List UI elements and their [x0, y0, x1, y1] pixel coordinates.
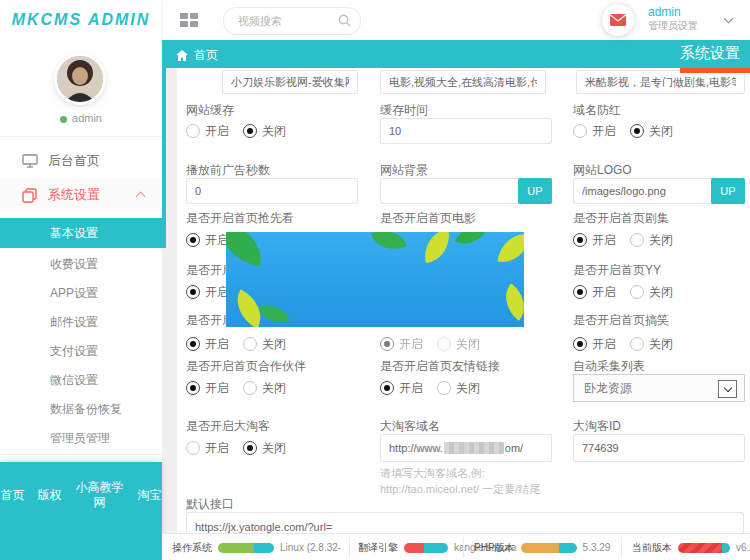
sidebar-subitem-mail[interactable]: 邮件设置 — [0, 308, 162, 337]
radio-off[interactable] — [630, 337, 644, 351]
sidebar-subitem-admins[interactable]: 管理员管理 — [0, 424, 162, 453]
dtk-hint-line1: 请填写大淘客域名,例: — [380, 466, 485, 481]
dtk-id-label: 大淘客ID — [573, 418, 621, 435]
radio-off[interactable] — [243, 381, 257, 395]
home-yy-label: 是否开启首页YY — [573, 262, 661, 279]
dtk-domain-input[interactable]: http://www.om/ — [380, 434, 552, 462]
radio-off[interactable] — [437, 337, 451, 351]
status-os: 操作系统 Linux (2.8.32- — [172, 534, 341, 560]
footer-link-copyright[interactable]: 版权 — [38, 488, 62, 503]
chevron-up-icon — [136, 192, 146, 202]
sidebar-subitem-pay[interactable]: 支付设置 — [0, 337, 162, 366]
radio-on[interactable] — [186, 441, 200, 455]
sidebar-subitem-app[interactable]: APP设置 — [0, 279, 162, 308]
divider — [0, 454, 162, 455]
site-cache-label: 网站缓存 — [186, 102, 234, 119]
radio-on[interactable] — [573, 124, 587, 138]
home-icon — [176, 50, 188, 61]
sidebar-item-label: 后台首页 — [48, 152, 100, 170]
footer-link-xiaogao[interactable]: 小高教学网 — [75, 480, 125, 510]
avatar-photo — [57, 56, 103, 102]
select-arrow-icon — [718, 380, 737, 398]
sidebar-subitem-basic[interactable]: 基本设置 — [0, 218, 162, 248]
radio-on[interactable] — [186, 233, 200, 247]
status-bar: 操作系统 Linux (2.8.32- 翻译引擎 kangle/sakura P… — [162, 533, 750, 560]
footer-link-home[interactable]: 首页 — [1, 488, 25, 503]
radio-on[interactable] — [573, 285, 587, 299]
site-keywords-input[interactable] — [380, 70, 546, 94]
footer-link-taobao[interactable]: 淘宝 — [138, 488, 162, 503]
dtk-hint-line2: http://tao.miceol.net/ 一定要/结尾 — [380, 482, 540, 497]
radio-on[interactable] — [186, 285, 200, 299]
radio-on[interactable] — [186, 381, 200, 395]
dtk-domain-label: 大淘客域名 — [380, 418, 440, 435]
envelope-icon — [610, 14, 626, 26]
cache-time-input[interactable] — [380, 118, 552, 144]
radio-on[interactable] — [380, 381, 394, 395]
site-bg-upload-button[interactable]: UP — [518, 178, 552, 204]
search-icon[interactable] — [338, 14, 351, 27]
page-title: 系统设置 — [680, 44, 740, 63]
default-api-label: 默认接口 — [186, 496, 234, 513]
sidebar-item-system-settings[interactable]: 系统设置 — [0, 178, 162, 212]
radio-off[interactable] — [437, 381, 451, 395]
ad-seconds-label: 播放前广告秒数 — [186, 162, 270, 179]
radio-on[interactable] — [186, 337, 200, 351]
home-yy-radio-group: 开启 关闭 — [573, 284, 687, 300]
radio-on[interactable] — [380, 337, 394, 351]
copy-icon — [22, 188, 40, 203]
home-partner-label: 是否开启首页合作伙伴 — [186, 358, 306, 375]
site-logo-upload-button[interactable]: UP — [711, 178, 745, 204]
sidebar-subitem-backup[interactable]: 数据备份恢复 — [0, 395, 162, 424]
version-progress-pill — [678, 543, 730, 553]
radio-off[interactable] — [243, 337, 257, 351]
engine-progress-pill — [404, 543, 448, 553]
radio-off[interactable] — [243, 124, 257, 138]
divider — [0, 136, 162, 137]
site-name-input[interactable] — [222, 70, 358, 94]
home-funny-radio-group: 开启 关闭 — [573, 336, 687, 352]
radio-off[interactable] — [243, 441, 257, 455]
sidebar: admin 后台首页 系统设置 基本设置 收费设置 APP设置 邮件设置 支付设… — [0, 40, 163, 560]
breadcrumb[interactable]: 首页 — [176, 47, 218, 64]
os-progress-pill — [218, 543, 274, 553]
radio-off[interactable] — [630, 285, 644, 299]
ad-seconds-input[interactable] — [186, 178, 358, 204]
radio-off[interactable] — [630, 124, 644, 138]
radio-on[interactable] — [573, 233, 587, 247]
sidebar-item-dashboard[interactable]: 后台首页 — [0, 146, 162, 176]
sidebar-footer: 首页 版权 小高教学网 淘宝 — [0, 462, 162, 560]
chevron-down-icon[interactable] — [724, 14, 734, 24]
sidebar-subitem-wechat[interactable]: 微信设置 — [0, 366, 162, 395]
home-drama-radio-group: 开启 关闭 — [573, 232, 687, 248]
site-bg-label: 网站背景 — [380, 162, 428, 179]
row6-col1-radio-group: 开启 关闭 — [186, 336, 300, 352]
cache-time-label: 缓存时间 — [380, 102, 428, 119]
dtk-label: 是否开启大淘客 — [186, 418, 270, 435]
radio-on[interactable] — [573, 337, 587, 351]
php-progress-pill — [521, 543, 577, 553]
status-php: PHP版本 5.3.29 — [474, 534, 610, 560]
status-version: 当前版本 v6.2.2-2019091 — [632, 534, 750, 560]
avatar — [57, 56, 103, 102]
top-header: MKCMS ADMIN admin 管理员设置 — [0, 0, 750, 40]
decorative-image — [226, 232, 524, 327]
radio-on[interactable] — [186, 124, 200, 138]
home-drama-label: 是否开启首页剧集 — [573, 210, 669, 227]
site-cache-radio-group: 开启 关闭 — [186, 123, 300, 139]
radio-off[interactable] — [630, 233, 644, 247]
site-description-input[interactable] — [576, 70, 745, 94]
message-button[interactable] — [602, 4, 634, 36]
domain-red-radio-group: 开启 关闭 — [573, 123, 687, 139]
search-input[interactable] — [236, 9, 335, 33]
domain-red-label: 域名防红 — [573, 102, 621, 119]
sidebar-subitem-charge[interactable]: 收费设置 — [0, 250, 162, 279]
user-menu[interactable]: admin 管理员设置 — [648, 5, 714, 35]
apps-grid-icon[interactable] — [180, 13, 197, 27]
scrollbar-thumb[interactable] — [162, 68, 166, 248]
home-movie-label: 是否开启首页电影 — [380, 210, 476, 227]
auto-collect-select[interactable]: 卧龙资源 — [573, 374, 745, 402]
home-flinks-radio-group: 开启 关闭 — [380, 380, 494, 396]
dtk-id-input[interactable] — [573, 434, 745, 462]
breadcrumb-bar: 首页 系统设置 — [162, 40, 750, 68]
